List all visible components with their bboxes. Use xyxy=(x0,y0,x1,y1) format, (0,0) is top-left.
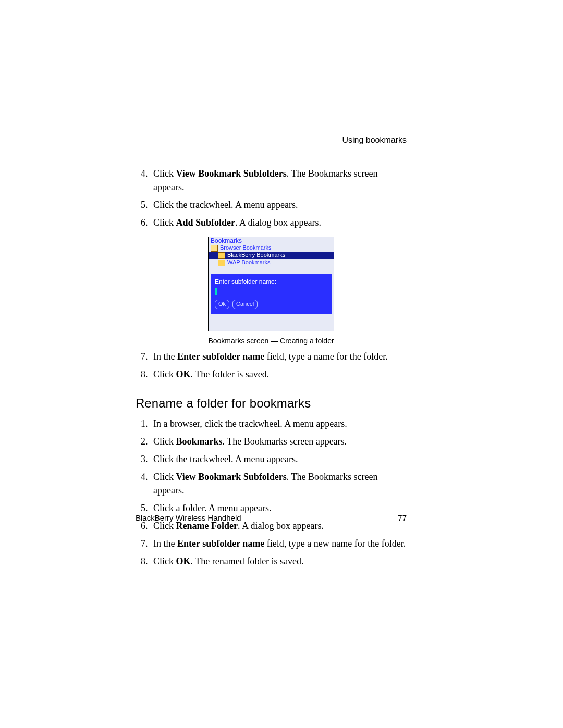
figure-caption: Bookmarks screen — Creating a folder xyxy=(136,336,407,346)
step-text-bold: View Bookmark Subfolders xyxy=(176,472,287,482)
ordered-list-a: Click View Bookmark Subfolders. The Book… xyxy=(136,167,407,229)
step-text-bold: Rename Folder xyxy=(176,521,238,531)
step-text-bold: View Bookmark Subfolders xyxy=(176,168,287,179)
tree-row-selected: BlackBerry Bookmarks xyxy=(209,252,334,259)
folder-icon xyxy=(218,260,225,266)
list-item: Click View Bookmark Subfolders. The Book… xyxy=(150,167,407,194)
page-content: Click View Bookmark Subfolders. The Book… xyxy=(136,167,407,569)
list-item: Click the trackwheel. A menu appears. xyxy=(150,452,407,466)
tree-row: WAP Bookmarks xyxy=(209,259,334,266)
step-text-bold: Add Subfolder xyxy=(176,217,236,228)
step-text-pre: In the xyxy=(153,538,177,549)
step-text-bold: Bookmarks xyxy=(176,436,223,447)
running-header: Using bookmarks xyxy=(342,135,407,145)
step-text-pre: Click the trackwheel. A menu appears. xyxy=(153,200,298,210)
list-item: Click OK. The renamed folder is saved. xyxy=(150,554,407,568)
step-text-bold: OK xyxy=(176,369,191,379)
step-text-post: . The Bookmarks screen appears. xyxy=(223,436,347,447)
list-item: In a browser, click the trackwheel. A me… xyxy=(150,417,407,430)
step-text-pre: Click a folder. A menu appears. xyxy=(153,503,271,513)
cancel-button[interactable]: Cancel xyxy=(232,300,258,309)
ordered-list-b: In the Enter subfolder name field, type … xyxy=(136,350,407,381)
dialog-prompt: Enter subfolder name: xyxy=(215,278,327,287)
step-text-pre: Click xyxy=(153,436,176,447)
tree-row-label: WAP Bookmarks xyxy=(227,258,271,267)
list-item: Click OK. The folder is saved. xyxy=(150,367,407,381)
step-text-pre: In the xyxy=(153,351,177,362)
step-text-post: . The renamed folder is saved. xyxy=(191,556,304,566)
step-text-post: . A dialog box appears. xyxy=(235,217,321,228)
document-page: Using bookmarks Click View Bookmark Subf… xyxy=(0,0,563,728)
list-item: In the Enter subfolder name field, type … xyxy=(150,537,407,550)
dialog-button-row: Ok Cancel xyxy=(215,300,327,309)
enter-subfolder-dialog: Enter subfolder name: Ok Cancel xyxy=(211,274,332,314)
step-text-post: . The folder is saved. xyxy=(191,369,270,379)
ok-button[interactable]: Ok xyxy=(215,300,229,309)
text-cursor-icon xyxy=(215,288,217,295)
embedded-screenshot-figure: Bookmarks Browser Bookmarks BlackBerry B… xyxy=(136,237,407,346)
step-text-pre: Click the trackwheel. A menu appears. xyxy=(153,454,298,464)
section-heading-rename: Rename a folder for bookmarks xyxy=(136,394,407,413)
folder-open-icon xyxy=(211,245,218,252)
screenshot-window-title: Bookmarks xyxy=(209,237,334,244)
step-text-pre: Click xyxy=(153,521,176,531)
bookmarks-dialog-screenshot: Bookmarks Browser Bookmarks BlackBerry B… xyxy=(208,237,334,331)
folder-icon xyxy=(218,252,225,259)
step-text-bold: Enter subfolder name xyxy=(177,538,264,549)
step-text-pre: Click xyxy=(153,168,176,179)
step-text-post: field, type a new name for the folder. xyxy=(264,538,406,549)
step-text-bold: OK xyxy=(176,556,191,566)
list-item: Click View Bookmark Subfolders. The Book… xyxy=(150,470,407,497)
page-footer: BlackBerry Wireless Handheld 77 xyxy=(136,513,407,522)
step-text-post: . A dialog box appears. xyxy=(238,521,324,531)
list-item: In the Enter subfolder name field, type … xyxy=(150,350,407,363)
step-text-post: field, type a name for the folder. xyxy=(264,351,387,362)
ordered-list-c: In a browser, click the trackwheel. A me… xyxy=(136,417,407,569)
step-text-pre: Click xyxy=(153,369,176,379)
list-item: Click the trackwheel. A menu appears. xyxy=(150,198,407,212)
step-text-pre: Click xyxy=(153,472,176,482)
step-text-pre: Click xyxy=(153,556,176,566)
list-item: Click Add Subfolder. A dialog box appear… xyxy=(150,216,407,229)
step-text-pre: Click xyxy=(153,217,176,228)
footer-product-name: BlackBerry Wireless Handheld xyxy=(136,513,241,522)
step-text-pre: In a browser, click the trackwheel. A me… xyxy=(153,418,347,429)
step-text-bold: Enter subfolder name xyxy=(177,351,264,362)
tree-row: Browser Bookmarks xyxy=(209,244,334,252)
list-item: Click Bookmarks. The Bookmarks screen ap… xyxy=(150,435,407,448)
page-number: 77 xyxy=(398,513,407,522)
